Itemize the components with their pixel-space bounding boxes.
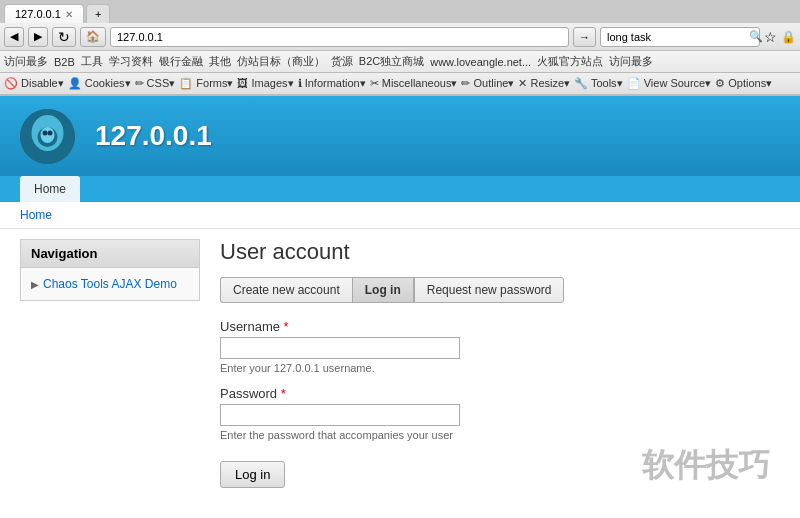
bookmark-item[interactable]: 火狐官方站点 [537, 54, 603, 69]
login-submit-button[interactable]: Log in [220, 461, 285, 488]
tab-login[interactable]: Log in [352, 277, 414, 303]
toolbar-cookies[interactable]: 👤 Cookies▾ [68, 77, 131, 90]
bookmark-item[interactable]: 工具 [81, 54, 103, 69]
bookmarks-bar: 访问最多 B2B 工具 学习资料 银行金融 其他 仿站目标（商业） 货源 B2C… [0, 51, 800, 73]
toolbar-css[interactable]: ✏ CSS▾ [135, 77, 176, 90]
new-tab-button[interactable]: + [86, 4, 110, 23]
svg-point-5 [48, 130, 53, 135]
username-hint: Enter your 127.0.0.1 username. [220, 362, 780, 374]
bookmark-item[interactable]: 银行金融 [159, 54, 203, 69]
tab-close-icon[interactable]: ✕ [65, 9, 73, 20]
tab-request-password[interactable]: Request new password [414, 277, 565, 303]
password-hint: Enter the password that accompanies your… [220, 429, 780, 441]
sidebar-block-content: ▶ Chaos Tools AJAX Demo [21, 268, 199, 300]
username-required: * [284, 319, 289, 334]
bookmark-item[interactable]: B2B [54, 56, 75, 68]
site-logo [20, 109, 75, 164]
user-account-form-area: User account Create new account Log in R… [220, 239, 780, 488]
home-button[interactable]: 🏠 [80, 27, 106, 47]
page-nav-tabs: Home [20, 176, 780, 202]
browser-tab[interactable]: 127.0.0.1 ✕ [4, 4, 84, 23]
password-required: * [281, 386, 286, 401]
toolbar-information[interactable]: ℹ Information▾ [298, 77, 366, 90]
bookmark-item[interactable]: 访问最多 [609, 54, 653, 69]
search-bar: 🔍 [600, 27, 760, 47]
go-button[interactable]: → [573, 27, 596, 47]
form-title: User account [220, 239, 780, 265]
bookmark-item[interactable]: B2C独立商城 [359, 54, 424, 69]
toolbar-outline[interactable]: ✏ Outline▾ [461, 77, 514, 90]
username-group: Username * Enter your 127.0.0.1 username… [220, 319, 780, 374]
tab-create-account[interactable]: Create new account [220, 277, 352, 303]
forward-button[interactable]: ▶ [28, 27, 48, 47]
username-label: Username * [220, 319, 780, 334]
page-wrapper: 127.0.0.1 Home Home Navigation ▶ Chaos T… [0, 96, 800, 498]
toolbar-resize[interactable]: ✕ Resize▾ [518, 77, 570, 90]
tab-bar: 127.0.0.1 ✕ + [0, 0, 800, 23]
reload-button[interactable]: ↻ [52, 27, 76, 47]
site-name: 127.0.0.1 [95, 120, 212, 152]
sidebar-block-navigation: Navigation ▶ Chaos Tools AJAX Demo [20, 239, 200, 301]
lock-icon: 🔒 [781, 30, 796, 44]
search-icon: 🔍 [749, 30, 763, 43]
toolbar-miscellaneous[interactable]: ✂ Miscellaneous▾ [370, 77, 458, 90]
password-input[interactable] [220, 404, 460, 426]
bookmark-item[interactable]: 货源 [331, 54, 353, 69]
bookmark-icon[interactable]: ☆ [764, 29, 777, 45]
browser-chrome: 127.0.0.1 ✕ + ◀ ▶ ↻ 🏠 → 🔍 ☆ 🔒 访问最多 B2B 工… [0, 0, 800, 96]
drupal-logo-svg [20, 109, 75, 164]
bookmark-item[interactable]: www.loveangle.net... [430, 56, 531, 68]
toolbar-disable[interactable]: 🚫 Disable▾ [4, 77, 64, 90]
toolbar-tools[interactable]: 🔧 Tools▾ [574, 77, 623, 90]
bookmark-item[interactable]: 访问最多 [4, 54, 48, 69]
breadcrumb-home[interactable]: Home [20, 208, 52, 222]
toolbar-forms[interactable]: 📋 Forms▾ [179, 77, 233, 90]
password-label: Password * [220, 386, 780, 401]
username-input[interactable] [220, 337, 460, 359]
bookmark-item[interactable]: 学习资料 [109, 54, 153, 69]
url-bar[interactable] [110, 27, 569, 47]
sidebar-item-chaos-tools[interactable]: ▶ Chaos Tools AJAX Demo [31, 274, 189, 294]
nav-tab-home[interactable]: Home [20, 176, 80, 202]
nav-bar: ◀ ▶ ↻ 🏠 → 🔍 ☆ 🔒 [0, 23, 800, 51]
sidebar-block-title: Navigation [21, 240, 199, 268]
breadcrumb: Home [0, 202, 800, 229]
form-tabs: Create new account Log in Request new pa… [220, 277, 780, 303]
svg-point-4 [43, 130, 48, 135]
page-nav: Home [0, 176, 800, 202]
arrow-icon: ▶ [31, 279, 39, 290]
password-group: Password * Enter the password that accom… [220, 386, 780, 441]
site-header: 127.0.0.1 [0, 96, 800, 176]
tab-label: 127.0.0.1 [15, 8, 61, 20]
dev-toolbar: 🚫 Disable▾ 👤 Cookies▾ ✏ CSS▾ 📋 Forms▾ 🖼 … [0, 73, 800, 95]
sidebar: Navigation ▶ Chaos Tools AJAX Demo [20, 239, 200, 488]
svg-point-3 [41, 127, 55, 143]
back-button[interactable]: ◀ [4, 27, 24, 47]
search-input[interactable] [607, 31, 745, 43]
url-input[interactable] [117, 31, 562, 43]
bookmark-item[interactable]: 其他 [209, 54, 231, 69]
sidebar-item-label: Chaos Tools AJAX Demo [43, 277, 177, 291]
toolbar-view-source[interactable]: 📄 View Source▾ [627, 77, 712, 90]
main-content: Navigation ▶ Chaos Tools AJAX Demo User … [0, 229, 800, 498]
toolbar-images[interactable]: 🖼 Images▾ [237, 77, 293, 90]
toolbar-options[interactable]: ⚙ Options▾ [715, 77, 772, 90]
bookmark-item[interactable]: 仿站目标（商业） [237, 54, 325, 69]
